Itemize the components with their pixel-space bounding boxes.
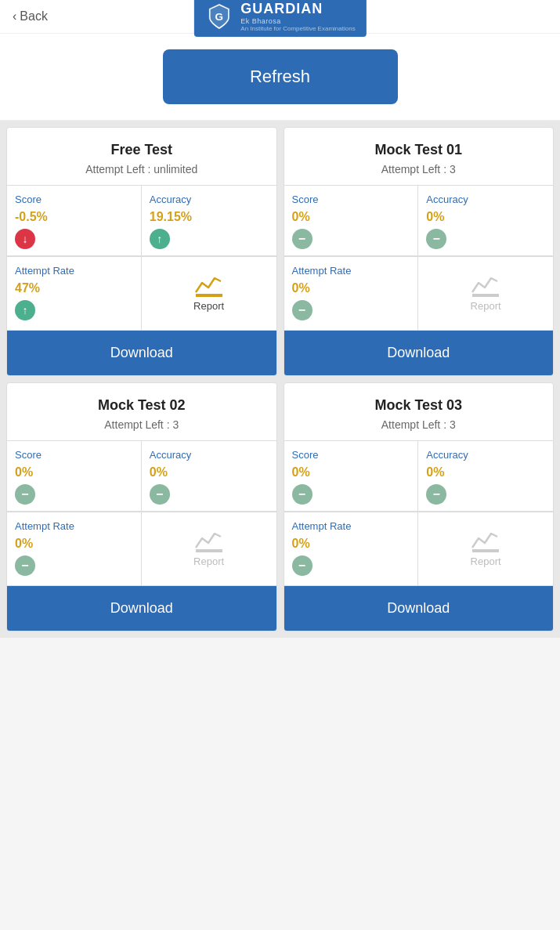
score-indicator-neutral: − — [292, 555, 313, 576]
score-indicator-neutral: − — [426, 229, 446, 249]
logo-title: GUARDIAN — [240, 1, 355, 17]
accuracy-value: 0% — [426, 210, 545, 224]
score-indicator-neutral: − — [292, 484, 313, 505]
accuracy-label: Accuracy — [426, 449, 545, 462]
score-cell: Score 0% − — [284, 186, 419, 256]
logo: G GUARDIAN Ek Bharosa An Institute for C… — [193, 0, 366, 37]
report-label: Report — [193, 300, 224, 312]
score-indicator-neutral: − — [15, 484, 35, 505]
report-cell: Report — [418, 512, 553, 586]
accuracy-cell: Accuracy 0% − — [142, 441, 276, 512]
card-title: Mock Test 01 — [292, 142, 546, 158]
attempt-rate-label: Attempt Rate — [292, 265, 410, 278]
attempt-report-row: Attempt Rate 0% − Report — [284, 512, 554, 586]
logo-subtitle: Ek Bharosa — [240, 17, 355, 25]
attempt-rate-value: 0% — [292, 281, 410, 295]
accuracy-cell: Accuracy 19.15% ↑ — [142, 186, 276, 256]
attempt-rate-cell: Attempt Rate 0% − — [284, 257, 419, 331]
card-attempt-left: Attempt Left : 3 — [15, 418, 269, 431]
report-cell[interactable]: Report — [142, 257, 276, 331]
score-accuracy-row: Score 0% − Accuracy 0% − — [7, 441, 276, 512]
score-label: Score — [15, 194, 133, 207]
report-chart-icon — [471, 275, 500, 297]
shield-icon: G — [204, 2, 233, 31]
back-label: Back — [20, 9, 48, 24]
refresh-button[interactable]: Refresh — [163, 49, 398, 104]
report-label: Report — [471, 555, 501, 567]
score-accuracy-row: Score 0% − Accuracy 0% − — [284, 186, 554, 257]
card-title: Free Test — [15, 142, 269, 158]
card-header-mock-test-03: Mock Test 03 Attempt Left : 3 — [284, 383, 554, 441]
score-label: Score — [292, 194, 410, 207]
card-attempt-left: Attempt Left : unlimited — [15, 163, 269, 176]
back-button[interactable]: ‹ Back — [13, 9, 48, 24]
report-cell: Report — [418, 257, 553, 331]
logo-text: GUARDIAN Ek Bharosa An Institute for Com… — [240, 1, 355, 32]
download-button[interactable]: Download — [7, 586, 276, 631]
attempt-report-row: Attempt Rate 0% − Report — [7, 512, 276, 586]
score-indicator-neutral: − — [150, 484, 170, 505]
refresh-section: Refresh — [0, 34, 560, 121]
score-indicator-neutral: − — [292, 229, 313, 249]
download-button[interactable]: Download — [7, 331, 276, 375]
score-value: -0.5% — [15, 210, 133, 224]
card-header-free-test: Free Test Attempt Left : unlimited — [7, 128, 276, 186]
report-cell: Report — [142, 512, 276, 586]
score-cell: Score -0.5% ↓ — [7, 186, 142, 256]
accuracy-label: Accuracy — [426, 194, 545, 207]
attempt-rate-label: Attempt Rate — [15, 265, 133, 278]
accuracy-label: Accuracy — [150, 194, 269, 207]
score-indicator-neutral: − — [15, 555, 35, 576]
attempt-rate-value: 0% — [292, 537, 410, 551]
report-label: Report — [193, 555, 224, 567]
attempt-rate-cell: Attempt Rate 0% − — [284, 512, 419, 586]
score-accuracy-row: Score 0% − Accuracy 0% − — [284, 441, 554, 512]
score-label: Score — [15, 449, 133, 462]
attempt-rate-label: Attempt Rate — [15, 520, 133, 534]
attempt-rate-cell: Attempt Rate 47% ↑ — [7, 257, 142, 331]
card-header-mock-test-01: Mock Test 01 Attempt Left : 3 — [284, 128, 554, 186]
report-label: Report — [471, 300, 501, 312]
score-indicator-neutral: − — [292, 300, 313, 320]
logo-box: G GUARDIAN Ek Bharosa An Institute for C… — [193, 0, 366, 37]
score-cell: Score 0% − — [284, 441, 419, 512]
card-header-mock-test-02: Mock Test 02 Attempt Left : 3 — [7, 383, 276, 441]
score-value: 0% — [292, 465, 410, 479]
accuracy-label: Accuracy — [150, 449, 269, 462]
svg-text:G: G — [215, 11, 223, 23]
accuracy-cell: Accuracy 0% − — [418, 441, 553, 512]
score-value: 0% — [15, 465, 133, 479]
attempt-rate-value: 0% — [15, 537, 133, 551]
attempt-rate-label: Attempt Rate — [292, 520, 410, 534]
cards-grid: Free Test Attempt Left : unlimited Score… — [0, 121, 560, 638]
logo-tagline: An Institute for Competitive Examination… — [240, 25, 355, 32]
report-chart-icon — [194, 530, 224, 552]
report-chart-icon — [471, 530, 500, 552]
card-free-test: Free Test Attempt Left : unlimited Score… — [6, 127, 277, 376]
card-title: Mock Test 03 — [292, 397, 546, 414]
accuracy-cell: Accuracy 0% − — [418, 186, 553, 256]
accuracy-value: 0% — [426, 465, 545, 479]
header: ‹ Back G GUARDIAN Ek Bharosa An Institut… — [0, 0, 560, 34]
download-button[interactable]: Download — [284, 331, 554, 375]
score-indicator-up: ↑ — [15, 300, 35, 320]
report-chart-icon — [194, 275, 224, 297]
card-mock-test-01: Mock Test 01 Attempt Left : 3 Score 0% −… — [284, 127, 555, 376]
score-label: Score — [292, 449, 410, 462]
attempt-rate-value: 47% — [15, 281, 133, 295]
card-title: Mock Test 02 — [15, 397, 269, 414]
accuracy-value: 19.15% — [150, 210, 269, 224]
score-indicator-down: ↓ — [15, 229, 35, 249]
card-mock-test-02: Mock Test 02 Attempt Left : 3 Score 0% −… — [6, 382, 277, 631]
score-cell: Score 0% − — [7, 441, 142, 512]
attempt-rate-cell: Attempt Rate 0% − — [7, 512, 142, 586]
score-indicator-up: ↑ — [150, 229, 170, 249]
score-indicator-neutral: − — [426, 484, 446, 505]
download-button[interactable]: Download — [284, 586, 554, 631]
score-value: 0% — [292, 210, 410, 224]
attempt-report-row: Attempt Rate 0% − Report — [284, 257, 554, 331]
score-accuracy-row: Score -0.5% ↓ Accuracy 19.15% ↑ — [7, 186, 276, 257]
card-attempt-left: Attempt Left : 3 — [292, 418, 546, 431]
attempt-report-row: Attempt Rate 47% ↑ Report — [7, 257, 276, 331]
card-attempt-left: Attempt Left : 3 — [292, 163, 546, 176]
